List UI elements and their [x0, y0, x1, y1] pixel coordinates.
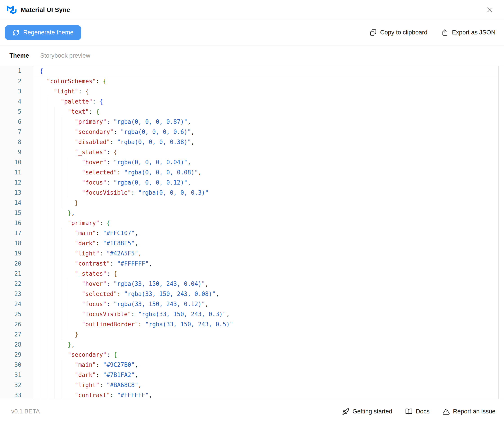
indent-guide	[40, 198, 40, 208]
indent-guide	[61, 238, 61, 249]
indent-guide	[54, 137, 55, 147]
token-punc: :	[99, 250, 106, 257]
line-number: 15	[0, 208, 33, 218]
scrollbar[interactable]	[498, 66, 504, 399]
indent-guide	[61, 269, 61, 279]
code-line-content: }	[33, 198, 504, 208]
token-str: "#FFFFFF"	[117, 260, 149, 267]
indent-guide	[40, 299, 40, 309]
close-icon	[486, 6, 493, 13]
indent-guide	[61, 319, 61, 330]
indent-guide	[68, 319, 68, 330]
indent-guide	[40, 360, 40, 370]
tab-theme[interactable]: Theme	[9, 52, 29, 59]
token-punc: :	[117, 291, 124, 297]
code-line-content: "colorSchemes": {	[33, 76, 504, 87]
token-key: "secondary"	[75, 129, 114, 135]
code-line: 12 "focus": "rgba(0, 0, 0, 0.12)",	[0, 178, 504, 188]
token-key: "primary"	[68, 220, 99, 226]
token-punc: :	[96, 230, 103, 237]
indent-guide	[61, 127, 61, 137]
getting-started-link[interactable]: Getting started	[342, 408, 392, 415]
indent-guide	[54, 370, 55, 380]
line-number: 19	[0, 249, 33, 259]
code-line-content: "light": "#BA68C8",	[33, 380, 504, 390]
token-str: "#FFFFFF"	[117, 392, 149, 399]
indent-guide	[47, 350, 47, 360]
code-line: 17 "main": "#FFC107",	[0, 228, 504, 238]
code-line: 21 "_states": {	[0, 269, 504, 279]
footer-links: Getting started Docs Report an issue	[342, 408, 495, 415]
copy-to-clipboard-button[interactable]: Copy to clipboard	[369, 29, 427, 36]
indent-guide	[61, 198, 61, 208]
indent-guide	[61, 309, 61, 319]
code-line: 4 "palette": {	[0, 97, 504, 107]
token-b3: }	[75, 331, 79, 338]
rocket-icon	[342, 408, 349, 415]
indent-guide	[54, 127, 55, 137]
indent-guide	[47, 330, 47, 340]
indent-guide	[54, 208, 55, 218]
export-as-json-label: Export as JSON	[452, 29, 495, 36]
code-line-content: "hover": "rgba(0, 0, 0, 0.04)",	[33, 157, 504, 168]
export-icon	[441, 29, 449, 36]
report-an-issue-link[interactable]: Report an issue	[443, 408, 495, 415]
token-b2: {	[106, 220, 110, 226]
token-b3: }	[75, 200, 79, 206]
token-str: "rgba(33, 150, 243, 0.04)"	[114, 281, 205, 287]
token-punc: :	[110, 139, 117, 145]
indent-guide	[47, 168, 47, 178]
indent-guide	[47, 380, 47, 390]
token-key: "light"	[75, 250, 100, 257]
tab-storybook-preview[interactable]: Storybook preview	[40, 52, 90, 59]
indent-guide	[68, 299, 68, 309]
code-line: 15 },	[0, 208, 504, 218]
code-line-content: "secondary": "rgba(0, 0, 0, 0.6)",	[33, 127, 504, 137]
plugin-footer: v0.1 BETA Getting started Docs	[0, 399, 504, 424]
code-line-content: "palette": {	[33, 97, 504, 107]
indent-guide	[40, 228, 40, 238]
line-number: 4	[0, 97, 33, 107]
line-number: 1	[0, 66, 33, 76]
export-as-json-button[interactable]: Export as JSON	[441, 29, 495, 36]
docs-link[interactable]: Docs	[405, 408, 430, 415]
indent-guide	[68, 178, 68, 188]
indent-guide	[40, 269, 40, 279]
indent-guide	[47, 228, 47, 238]
token-punc: ,	[191, 139, 195, 145]
token-punc: :	[92, 98, 99, 105]
indent-guide	[47, 238, 47, 249]
regenerate-theme-button[interactable]: Regenerate theme	[5, 25, 81, 40]
token-b2: {	[103, 78, 107, 85]
code-lines: 1{2 "colorSchemes": {3 "light": {4 "pale…	[0, 66, 504, 399]
line-number: 21	[0, 269, 33, 279]
theme-json-editor[interactable]: 1{2 "colorSchemes": {3 "light": {4 "pale…	[0, 66, 504, 399]
token-key: "outlinedBorder"	[82, 321, 138, 328]
token-b1: {	[99, 98, 103, 105]
code-line: 31 "dark": "#7B1FA2",	[0, 370, 504, 380]
line-number: 17	[0, 228, 33, 238]
token-punc: :	[106, 270, 113, 277]
line-number: 18	[0, 238, 33, 249]
indent-guide	[54, 198, 55, 208]
indent-guide	[54, 350, 55, 360]
token-punc: ,	[138, 250, 142, 257]
code-line-content: "light": "#42A5F5",	[33, 249, 504, 259]
refresh-icon	[12, 29, 19, 36]
code-line-content: "selected": "rgba(33, 150, 243, 0.08)",	[33, 289, 504, 299]
indent-guide	[54, 228, 55, 238]
close-button[interactable]	[485, 5, 495, 15]
line-number: 31	[0, 370, 33, 380]
token-punc: ,	[135, 362, 138, 368]
book-icon	[405, 408, 412, 415]
toolbar-actions: Copy to clipboard Export as JSON	[369, 29, 495, 36]
indent-guide	[40, 309, 40, 319]
token-str: "rgba(0, 0, 0, 0.87)"	[114, 118, 188, 125]
indent-guide	[40, 380, 40, 390]
line-number: 27	[0, 330, 33, 340]
token-punc: ,	[187, 179, 191, 186]
indent-guide	[40, 147, 40, 157]
indent-guide	[47, 147, 47, 157]
code-line-content: "secondary": {	[33, 350, 504, 360]
indent-guide	[68, 188, 68, 198]
